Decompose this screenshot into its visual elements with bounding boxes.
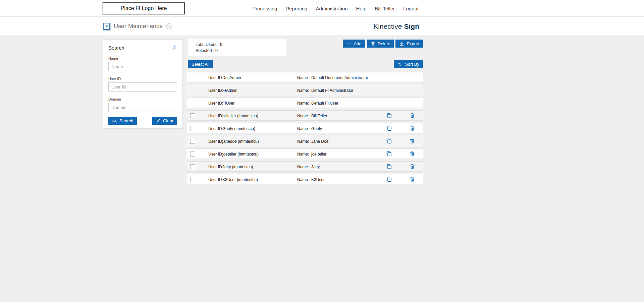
userid-value: FIUser bbox=[222, 101, 234, 106]
total-users-line: Total Users : 9 bbox=[196, 42, 286, 48]
name-value: Jane Doe bbox=[311, 139, 328, 144]
name-value: K3User bbox=[311, 177, 325, 182]
plus-icon bbox=[346, 41, 352, 46]
name-label: Name: bbox=[297, 88, 309, 93]
copy-user-icon[interactable] bbox=[386, 112, 392, 119]
clear-button[interactable]: Clear bbox=[152, 117, 177, 125]
userid-label: User ID: bbox=[208, 177, 223, 182]
table-row: User ID: K3User (immtestcu) Name: K3User bbox=[187, 174, 423, 184]
name-value: joe teller bbox=[311, 152, 326, 157]
userid-label: User ID: bbox=[208, 152, 223, 157]
name-input[interactable] bbox=[108, 62, 177, 71]
copy-user-icon[interactable] bbox=[386, 138, 392, 144]
delete-user-icon[interactable] bbox=[409, 138, 415, 144]
search-icon bbox=[112, 118, 117, 123]
row-checkbox[interactable] bbox=[190, 139, 195, 144]
row-checkbox[interactable] bbox=[190, 164, 195, 169]
fi-logo-label: Place FI Logo Here bbox=[121, 5, 167, 11]
sort-by-label: Sort By bbox=[405, 62, 419, 67]
selected-line: Selected : 0 bbox=[196, 48, 286, 54]
add-button-label: Add bbox=[354, 41, 362, 46]
total-users-value: 9 bbox=[220, 42, 222, 47]
name-label: Name: bbox=[297, 114, 309, 118]
userid-label: User ID: bbox=[208, 126, 223, 131]
copy-user-icon[interactable] bbox=[386, 176, 392, 182]
userid-label: User ID: bbox=[208, 165, 223, 169]
row-checkbox[interactable] bbox=[190, 152, 195, 157]
copy-user-icon[interactable] bbox=[386, 150, 392, 157]
info-icon[interactable]: i bbox=[166, 23, 172, 29]
delete-button-label: Delete bbox=[378, 41, 390, 46]
export-button[interactable]: Export bbox=[395, 40, 423, 48]
table-row: User ID: joeteller (immtestcu) Name: joe… bbox=[187, 148, 423, 159]
domain-input[interactable] bbox=[108, 103, 177, 112]
table-row: User ID: Goofy (immtestcu) Name: Goofy bbox=[187, 123, 423, 133]
nav-item-help[interactable]: Help bbox=[356, 6, 367, 11]
name-value: Goofy bbox=[311, 126, 322, 131]
user-list: User ID: DocAdmin Name: Default Document… bbox=[187, 72, 423, 187]
name-value: Bill Teller bbox=[311, 114, 327, 118]
nav-item-reporting[interactable]: Reporting bbox=[285, 6, 307, 11]
table-row: User ID: Joey (immtestcu) Name: Joey bbox=[187, 161, 423, 172]
name-value: Joey bbox=[311, 165, 320, 169]
userid-value: FIAdmin bbox=[222, 88, 237, 93]
page: Place FI Logo Here Processing Reporting … bbox=[0, 0, 644, 302]
userid-label: User ID: bbox=[208, 139, 223, 144]
header-left: ✕ User Maintenance i bbox=[103, 17, 172, 36]
userid-label: User ID: bbox=[208, 101, 223, 106]
selected-label: Selected : bbox=[196, 48, 214, 53]
copy-user-icon[interactable] bbox=[386, 125, 392, 131]
row-checkbox[interactable] bbox=[190, 126, 195, 131]
search-panel: Search Name User ID Domain bbox=[103, 39, 183, 129]
nav-item-user[interactable]: Bill Teller bbox=[375, 6, 395, 11]
sort-arrows-icon bbox=[397, 62, 402, 67]
summary-box: Total Users : 9 Selected : 0 bbox=[188, 39, 286, 56]
delete-button[interactable]: Delete bbox=[367, 40, 394, 48]
close-icon bbox=[156, 118, 161, 123]
top-bar: Place FI Logo Here Processing Reporting … bbox=[0, 0, 644, 17]
name-value: Default FI Administrator bbox=[311, 88, 353, 93]
name-field-label: Name bbox=[108, 56, 177, 60]
userid-value: billteller (immtestcu) bbox=[222, 114, 258, 118]
name-label: Name: bbox=[297, 101, 309, 106]
name-value: Default FI User bbox=[311, 101, 338, 106]
nav-item-logout[interactable]: Logout bbox=[403, 6, 419, 11]
page-header: ✕ User Maintenance i Kinective Sign bbox=[0, 17, 644, 36]
name-value: Default Document Administrator bbox=[311, 75, 368, 80]
pin-icon[interactable] bbox=[171, 45, 177, 51]
delete-user-icon[interactable] bbox=[409, 176, 415, 182]
export-button-label: Export bbox=[407, 41, 419, 46]
fi-logo-placeholder[interactable]: Place FI Logo Here bbox=[103, 2, 185, 14]
action-bar: Add Delete Export bbox=[343, 40, 423, 48]
name-label: Name: bbox=[297, 165, 309, 169]
userid-input[interactable] bbox=[108, 82, 177, 92]
name-label: Name: bbox=[297, 139, 309, 144]
name-label: Name: bbox=[297, 177, 309, 182]
sort-by-button[interactable]: Sort By bbox=[394, 60, 423, 68]
row-checkbox[interactable] bbox=[190, 113, 195, 118]
add-button[interactable]: Add bbox=[343, 40, 365, 48]
table-row: User ID: DocAdmin Name: Default Document… bbox=[187, 72, 423, 82]
brand-second: Sign bbox=[404, 22, 420, 31]
delete-user-icon[interactable] bbox=[409, 150, 415, 157]
nav-item-administration[interactable]: Administration bbox=[316, 6, 347, 11]
delete-user-icon[interactable] bbox=[409, 125, 415, 131]
table-row: User ID: FIAdmin Name: Default FI Admini… bbox=[187, 85, 423, 95]
search-button-row: Search Clear bbox=[108, 117, 177, 125]
userid-value: janedoe (immtestcu) bbox=[222, 139, 259, 144]
search-button[interactable]: Search bbox=[108, 117, 137, 125]
total-users-label: Total Users : bbox=[196, 42, 219, 47]
nav-item-processing[interactable]: Processing bbox=[252, 6, 277, 11]
copy-user-icon[interactable] bbox=[386, 163, 392, 170]
userid-value: Goofy (immtestcu) bbox=[222, 126, 255, 131]
search-panel-header: Search bbox=[108, 45, 177, 51]
top-navigation: Processing Reporting Administration Help… bbox=[252, 0, 419, 17]
userid-value: K3User (immtestcu) bbox=[222, 177, 258, 182]
delete-user-icon[interactable] bbox=[409, 112, 415, 119]
userid-label: User ID: bbox=[208, 75, 223, 80]
delete-user-icon[interactable] bbox=[409, 163, 415, 170]
row-checkbox[interactable] bbox=[190, 177, 195, 182]
search-button-label: Search bbox=[119, 118, 133, 123]
select-all-button[interactable]: Select All bbox=[188, 60, 213, 68]
table-row: User ID: janedoe (immtestcu) Name: Jane … bbox=[187, 136, 423, 146]
